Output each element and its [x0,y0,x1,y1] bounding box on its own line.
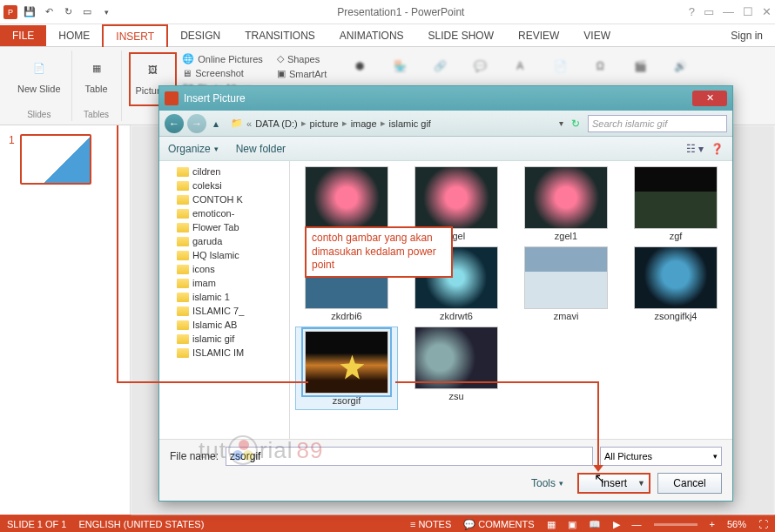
tree-item[interactable]: garuda [159,234,289,248]
redo-icon[interactable]: ↻ [61,5,75,19]
view-normal-icon[interactable]: ▦ [547,519,556,530]
file-item[interactable]: zsongifkj4 [624,246,727,321]
signin-link[interactable]: Sign in [731,30,775,42]
up-button[interactable]: ▴ [210,118,222,130]
tree-item[interactable]: imam [159,276,289,290]
tab-home[interactable]: HOME [46,25,102,46]
new-slide-button[interactable]: 📄 New Slide [14,52,64,96]
table-button[interactable]: ▦ Table [79,52,114,96]
tab-animations[interactable]: ANIMATIONS [327,25,416,46]
tree-item[interactable]: islamic 1 [159,290,289,304]
file-item-selected[interactable]: zsorgif [295,327,398,410]
file-item[interactable]: zgel1 [515,166,617,241]
screenshot-icon: 🖥 [182,68,192,78]
quick-access-toolbar: P 💾 ↶ ↻ ▭ ▾ [3,5,113,19]
file-item[interactable]: zsu [405,327,508,410]
forward-button[interactable]: → [187,114,206,133]
file-item[interactable]: zmavi [515,246,617,321]
tree-item[interactable]: Islamic AB [159,318,289,332]
tools-dropdown[interactable]: Tools ▾ [531,477,563,489]
thumbnail-preview [20,134,91,185]
zoom-level[interactable]: 56% [727,519,746,529]
zoom-in-icon[interactable]: + [710,519,715,529]
dialog-titlebar[interactable]: Insert Picture ✕ [159,86,732,111]
annotation-arrow [117,125,118,381]
view-options-icon[interactable]: ☷ ▾ [686,143,704,155]
zoom-out-icon[interactable]: — [632,519,642,529]
blurred-ribbon-icon: A [506,52,534,80]
tree-item[interactable]: ISLAMIC 7_ [159,304,289,318]
blurred-ribbon-icon: Ω [586,52,614,80]
view-reading-icon[interactable]: 📖 [589,519,601,530]
notes-button[interactable]: ≡ NOTES [410,519,451,529]
shapes-button[interactable]: ◇Shapes [275,52,328,65]
search-input[interactable]: Search islamic gif [588,115,727,132]
file-grid[interactable]: sfg zgel zgel1 zgf zkdrbi6 zkdrwt6 zmavi… [290,161,732,439]
tab-design[interactable]: DESIGN [168,25,232,46]
zoom-slider[interactable] [654,523,698,526]
filename-input[interactable] [226,447,593,466]
qat-customize-icon[interactable]: ▾ [99,5,113,19]
smartart-button[interactable]: ▣SmartArt [275,67,328,80]
close-icon[interactable]: ✕ [762,5,772,18]
view-slideshow-icon[interactable]: ▶ [613,519,620,530]
tab-file[interactable]: FILE [0,25,46,46]
minimize-icon[interactable]: — [723,5,734,18]
file-thumbnail [305,331,388,394]
slide-thumbnail[interactable]: 1 [9,134,121,185]
tab-insert[interactable]: INSERT [102,24,168,47]
tab-transitions[interactable]: TRANSITIONS [232,25,327,46]
help-icon[interactable]: ❓ [711,143,724,155]
breadcrumb-dropdown-icon[interactable]: ▾ [559,118,563,128]
back-button[interactable]: ← [165,114,184,133]
tree-item[interactable]: icons [159,262,289,276]
tree-item[interactable]: Flower Tab [159,220,289,234]
tree-item[interactable]: coleksi [159,178,289,192]
online-pictures-button[interactable]: 🌐Online Pictures [180,52,265,65]
breadcrumb[interactable]: 📁 « DATA (D:)▸ picture▸ image▸ islamic g… [226,118,556,129]
powerpoint-icon: P [3,5,17,19]
tree-item[interactable]: cildren [159,165,289,178]
folder-icon [177,348,189,358]
help-icon[interactable]: ? [689,5,695,18]
tree-item[interactable]: emoticon- [159,206,289,220]
annotation-callout: contoh gambar yang akan dimasukan kedala… [305,226,453,278]
tree-item[interactable]: HQ Islamic [159,248,289,262]
undo-icon[interactable]: ↶ [42,5,56,19]
view-sorter-icon[interactable]: ▣ [568,519,576,530]
fit-window-icon[interactable]: ⛶ [758,519,768,529]
table-label: Table [84,84,107,94]
tab-view[interactable]: VIEW [571,25,623,46]
slide-count[interactable]: SLIDE 1 OF 1 [7,519,66,529]
insert-button[interactable]: Insert▼ [577,473,650,494]
tab-slideshow[interactable]: SLIDE SHOW [416,25,506,46]
folder-icon [177,279,189,288]
maximize-icon[interactable]: ☐ [743,5,753,18]
start-from-beginning-icon[interactable]: ▭ [80,5,94,19]
dialog-body: cildren coleksi CONTOH K emoticon- Flowe… [159,161,732,439]
group-slides-label: Slides [27,110,51,119]
dialog-nav-bar: ← → ▴ 📁 « DATA (D:)▸ picture▸ image▸ isl… [159,111,732,137]
comments-button[interactable]: 💬 COMMENTS [463,519,534,530]
shapes-icon: ◇ [277,53,284,64]
ribbon-options-icon[interactable]: ▭ [704,5,714,18]
tree-item[interactable]: islamic gif [159,332,289,346]
refresh-button[interactable]: ↻ [567,115,584,132]
language-status[interactable]: ENGLISH (UNITED STATES) [78,519,204,529]
new-folder-button[interactable]: New folder [236,143,286,155]
folder-tree[interactable]: cildren coleksi CONTOH K emoticon- Flowe… [159,161,290,439]
file-item[interactable]: zgf [624,166,727,241]
tree-item[interactable]: CONTOH K [159,192,289,206]
tree-item[interactable]: ISLAMIC IM [159,346,289,360]
new-slide-label: New Slide [17,84,61,94]
save-icon[interactable]: 💾 [23,5,37,19]
ribbon-tabs: FILE HOME INSERT DESIGN TRANSITIONS ANIM… [0,24,775,47]
tab-review[interactable]: REVIEW [506,25,571,46]
cancel-button[interactable]: Cancel [657,473,722,494]
file-type-filter[interactable]: All Pictures▾ [600,447,722,466]
dialog-title: Insert Picture [184,92,246,104]
dialog-close-button[interactable]: ✕ [692,91,727,106]
screenshot-button[interactable]: 🖥Screenshot [180,67,265,79]
folder-icon [177,223,189,232]
organize-button[interactable]: Organize ▾ [168,143,219,155]
